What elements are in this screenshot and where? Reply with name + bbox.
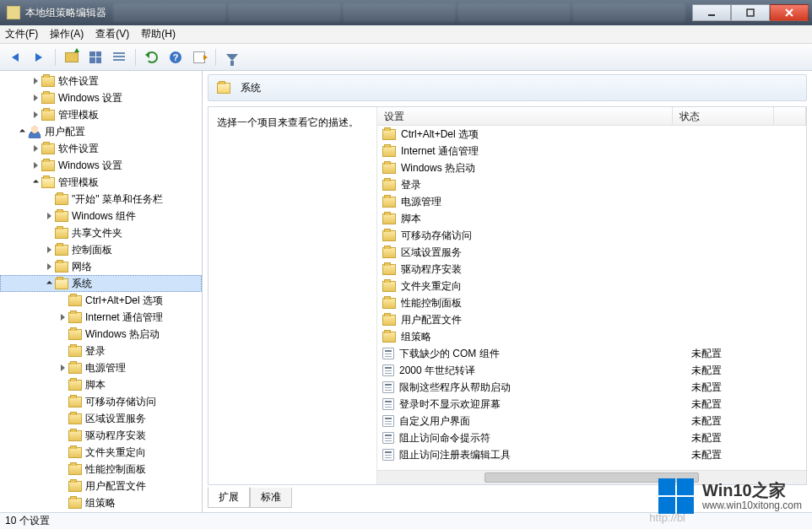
tree-node[interactable]: 登录 xyxy=(0,343,202,359)
tree-panel[interactable]: 软件设置Windows 设置管理模板用户配置软件设置Windows 设置管理模板… xyxy=(0,71,203,512)
up-level-button[interactable] xyxy=(62,47,82,67)
list-item-folder[interactable]: 文件夹重定向 xyxy=(377,278,806,294)
tree-node[interactable]: 控制面板 xyxy=(0,241,202,258)
tree-toggle[interactable] xyxy=(44,278,54,289)
list-item-policy[interactable]: 阻止访问命令提示符未配置 xyxy=(377,429,806,446)
menu-help[interactable]: 帮助(H) xyxy=(141,27,176,41)
list-item-folder[interactable]: 用户配置文件 xyxy=(377,311,806,328)
list-item-policy[interactable]: 2000 年世纪转译未配置 xyxy=(377,362,806,379)
tree-toggle[interactable] xyxy=(30,143,41,154)
settings-list[interactable]: Ctrl+Alt+Del 选项Internet 通信管理Windows 热启动登… xyxy=(377,126,806,470)
tree-node[interactable]: 用户配置文件 xyxy=(0,478,202,494)
tree-node[interactable]: Windows 热启动 xyxy=(0,326,202,343)
tree-node[interactable]: 管理模板 xyxy=(0,174,202,191)
tree-node[interactable]: 管理模板 xyxy=(0,106,202,123)
properties-button[interactable] xyxy=(109,47,129,67)
show-hide-tree-button[interactable] xyxy=(85,47,106,67)
tree-node[interactable]: "开始" 菜单和任务栏 xyxy=(0,191,202,208)
item-label: 自定义用户界面 xyxy=(399,414,691,429)
list-item-policy[interactable]: 登录时不显示欢迎屏幕未配置 xyxy=(377,396,806,413)
tree-toggle xyxy=(57,430,68,440)
list-item-folder[interactable]: 组策略 xyxy=(377,328,806,345)
folder-icon xyxy=(68,312,82,323)
list-item-folder[interactable]: Ctrl+Alt+Del 选项 xyxy=(377,126,806,143)
tree-toggle[interactable] xyxy=(30,93,41,103)
refresh-button[interactable] xyxy=(142,47,162,67)
horizontal-scrollbar[interactable] xyxy=(377,470,806,484)
tree-node[interactable]: Internet 通信管理 xyxy=(0,309,202,326)
column-setting[interactable]: 设置 xyxy=(377,107,673,125)
tree-node[interactable]: 软件设置 xyxy=(0,140,202,157)
list-item-policy[interactable]: 自定义用户界面未配置 xyxy=(377,413,806,429)
folder-icon xyxy=(41,76,55,87)
tree-node[interactable]: Windows 设置 xyxy=(0,89,202,106)
nav-forward-button[interactable] xyxy=(29,47,49,67)
close-button[interactable] xyxy=(770,4,809,21)
tree-label: 文件夹重定向 xyxy=(85,445,146,460)
list-item-folder[interactable]: 脚本 xyxy=(377,210,806,227)
list-item-folder[interactable]: 区域设置服务 xyxy=(377,244,806,261)
menu-file[interactable]: 文件(F) xyxy=(5,27,38,41)
tree-node[interactable]: 组策略 xyxy=(0,494,202,511)
tree-node[interactable]: 驱动程序安装 xyxy=(0,427,202,444)
tab-standard[interactable]: 标准 xyxy=(250,488,292,508)
tree-node[interactable]: Windows 设置 xyxy=(0,157,202,174)
list-item-folder[interactable]: 登录 xyxy=(377,176,806,193)
tree-node[interactable]: 脚本 xyxy=(0,376,202,393)
list-item-policy[interactable]: 阻止访问注册表编辑工具未配置 xyxy=(377,446,806,463)
menu-action[interactable]: 操作(A) xyxy=(50,27,84,41)
tree-label: Ctrl+Alt+Del 选项 xyxy=(85,294,163,308)
tree-node[interactable]: 系统 xyxy=(0,275,202,292)
tree-toggle[interactable] xyxy=(17,127,27,137)
list-item-folder[interactable]: Internet 通信管理 xyxy=(377,143,806,159)
list-item-policy[interactable]: 下载缺少的 COM 组件未配置 xyxy=(377,345,806,362)
menu-view[interactable]: 查看(V) xyxy=(95,27,129,41)
minimize-button[interactable] xyxy=(692,4,731,21)
scrollbar-thumb[interactable] xyxy=(484,472,699,483)
item-label: 区域设置服务 xyxy=(401,246,693,260)
tree-node[interactable]: 软件设置 xyxy=(0,73,202,89)
tree-node[interactable]: 电源管理 xyxy=(0,359,202,376)
nav-back-button[interactable] xyxy=(5,47,25,67)
tree-toggle[interactable] xyxy=(57,312,68,322)
help-button[interactable]: ? xyxy=(165,47,186,67)
list-item-folder[interactable]: 性能控制面板 xyxy=(377,294,806,311)
tab-extended[interactable]: 扩展 xyxy=(208,487,250,508)
item-state: 未配置 xyxy=(691,397,793,412)
tree-node[interactable]: 文件夹重定向 xyxy=(0,444,202,461)
tree-toggle[interactable] xyxy=(30,110,41,120)
tree-node[interactable]: 共享文件夹 xyxy=(0,224,202,241)
chevron-open-icon xyxy=(32,179,38,185)
tree-node[interactable]: 网络 xyxy=(0,258,202,275)
tree-toggle[interactable] xyxy=(30,177,41,187)
tree-node[interactable]: 性能控制面板 xyxy=(0,461,202,478)
list-item-policy[interactable]: 限制这些程序从帮助启动未配置 xyxy=(377,379,806,396)
folder-up-icon xyxy=(65,52,78,62)
tree-node[interactable]: 桌面 xyxy=(0,511,202,512)
tree-node[interactable]: Windows 组件 xyxy=(0,208,202,224)
list-item-folder[interactable]: Windows 热启动 xyxy=(377,159,806,176)
tree-toggle xyxy=(57,498,68,508)
filter-button[interactable] xyxy=(222,47,242,67)
list-item-folder[interactable]: 电源管理 xyxy=(377,193,806,210)
maximize-button[interactable] xyxy=(731,4,770,21)
column-state[interactable]: 状态 xyxy=(673,107,774,125)
list-item-folder[interactable]: 驱动程序安装 xyxy=(377,261,806,278)
tree-label: 电源管理 xyxy=(85,361,126,375)
list-item-folder[interactable]: 可移动存储访问 xyxy=(377,227,806,244)
tree-toggle[interactable] xyxy=(57,363,68,373)
tree-toggle[interactable] xyxy=(44,245,54,255)
tree-node[interactable]: 用户配置 xyxy=(0,123,202,140)
export-button[interactable] xyxy=(189,47,209,67)
tree-toggle[interactable] xyxy=(30,76,41,86)
item-state: 未配置 xyxy=(691,448,793,462)
tree-toggle[interactable] xyxy=(30,160,41,170)
folder-icon xyxy=(68,380,82,391)
tree-toggle[interactable] xyxy=(44,262,54,272)
item-label: 组策略 xyxy=(401,330,693,344)
app-icon xyxy=(7,6,20,19)
tree-node[interactable]: Ctrl+Alt+Del 选项 xyxy=(0,292,202,309)
tree-toggle[interactable] xyxy=(44,211,54,221)
tree-node[interactable]: 区域设置服务 xyxy=(0,410,202,427)
tree-node[interactable]: 可移动存储访问 xyxy=(0,393,202,410)
